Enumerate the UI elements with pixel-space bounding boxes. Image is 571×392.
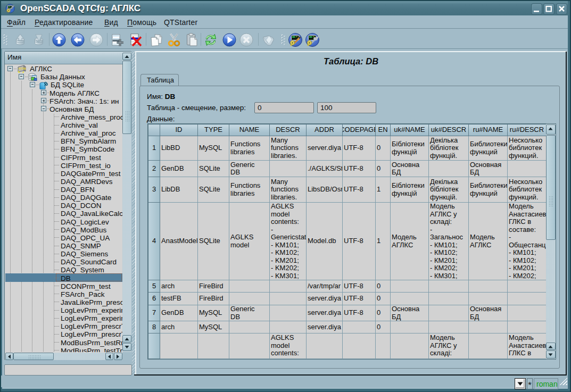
svg-text:АГЛКС: АГЛКС [19,67,27,70]
